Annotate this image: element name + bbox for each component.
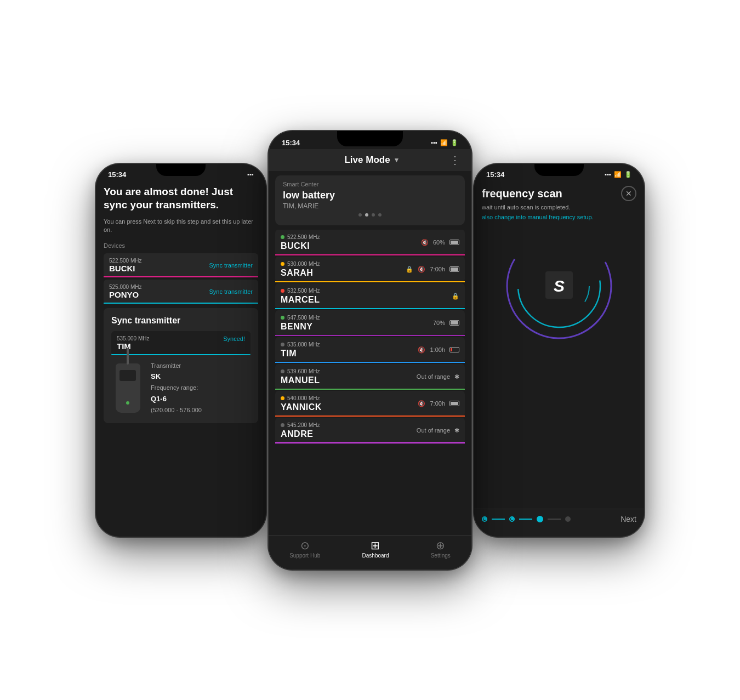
freq-sarah: 530.000 MHz xyxy=(287,261,320,267)
notch-left xyxy=(156,164,206,176)
more-options-icon[interactable]: ⋮ xyxy=(449,153,462,167)
sync-btn-ponyo[interactable]: Sync transmitter xyxy=(209,288,253,295)
channel-row-andre[interactable]: 545.200 MHz ANDRE Out of range ✱ xyxy=(275,418,465,443)
bar-manuel xyxy=(275,389,465,390)
sync-tx-title: Sync transmitter xyxy=(111,316,251,326)
tab-bar-center: ⊙ Support Hub ⊞ Dashboard ⊕ Settings xyxy=(269,535,471,570)
device-name-ponyo: PONYO xyxy=(109,290,209,299)
sync-transmitter-box: Sync transmitter 535.000 MHz TIM Synced! xyxy=(104,308,258,423)
name-marcel: MARCEL xyxy=(281,295,452,305)
sync-device-row-tim: 535.000 MHz TIM Synced! xyxy=(111,331,251,355)
batt-yannick xyxy=(449,401,459,406)
freq-scan-title: frequency scan xyxy=(482,187,636,200)
time-center: 15:34 xyxy=(282,139,300,147)
sync-btn-bucki[interactable]: Sync transmitter xyxy=(209,262,253,269)
wizard-step-2 xyxy=(509,516,515,522)
signal-icon-right: ▪▪▪ xyxy=(605,171,611,178)
mute-icon-yannick: 🔇 xyxy=(418,400,425,407)
channel-row-sarah[interactable]: 530.000 MHz SARAH 🔒 🔇 7:00h xyxy=(275,257,465,282)
tab-support-hub[interactable]: ⊙ Support Hub xyxy=(289,540,320,559)
tx-body xyxy=(116,363,140,413)
tx-model: SK xyxy=(151,372,161,380)
bar-marcel xyxy=(275,308,465,309)
channels-list: 522.500 MHz BUCKI 🔇 60% xyxy=(269,230,471,559)
out-of-range-andre: Out of range xyxy=(417,427,450,434)
phone-center: 15:34 ▪▪▪ 📶 🔋 Live Mode ▼ ⋮ Smart Center xyxy=(269,131,471,570)
nav-bar-center: Live Mode ▼ ⋮ xyxy=(269,149,471,171)
status-dot-andre xyxy=(281,423,284,427)
live-mode-label: Live Mode xyxy=(344,155,390,166)
phones-container: 15:34 ▪▪▪ You are almost done! Just sync… xyxy=(69,49,671,652)
scan-circle-area: S xyxy=(499,226,619,346)
batt-tim xyxy=(449,347,459,352)
batt-sarah xyxy=(449,266,459,272)
channel-row-tim-center[interactable]: 535.000 MHz TIM 🔇 1:00h xyxy=(275,337,465,363)
channel-row-marcel[interactable]: 532.500 MHz MARCEL 🔒 xyxy=(275,283,465,309)
dropdown-arrow[interactable]: ▼ xyxy=(394,156,400,164)
settings-label: Settings xyxy=(431,553,451,559)
tx-freq-range: Q1-6 xyxy=(151,395,167,403)
bt-icon-andre: ✱ xyxy=(454,427,459,434)
sync-device-name: TIM xyxy=(117,342,149,351)
nav-title-center: Live Mode ▼ xyxy=(344,155,400,166)
status-icons-right: ▪▪▪ 📶 🔋 xyxy=(605,171,632,178)
time-yannick: 7:00h xyxy=(430,400,445,407)
time-left: 15:34 xyxy=(108,170,126,179)
freq-scan-link[interactable]: also change into manual frequency setup. xyxy=(482,214,636,220)
close-button[interactable]: ✕ xyxy=(621,186,636,201)
bar-sarah xyxy=(275,281,465,282)
device-row-bucki: 522.500 MHz BUCKI Sync transmitter xyxy=(104,253,258,277)
wizard-line-3 xyxy=(548,519,561,520)
time-tim: 1:00h xyxy=(430,346,445,353)
smart-center-sub: TIM, MARIE xyxy=(283,202,457,210)
svg-text:S: S xyxy=(554,277,565,295)
batt-benny xyxy=(449,320,459,326)
mute-icon-bucki: 🔇 xyxy=(421,239,429,246)
status-icons-left: ▪▪▪ xyxy=(247,171,254,178)
channel-row-manuel[interactable]: 539.600 MHz MANUEL Out of range ✱ xyxy=(275,364,465,390)
tx-label: Transmitter xyxy=(151,361,202,371)
bt-icon-manuel: ✱ xyxy=(454,373,459,380)
channel-row-yannick[interactable]: 540.000 MHz YANNICK 🔇 7:00h xyxy=(275,391,465,417)
phone-right: 15:34 ▪▪▪ 📶 🔋 ✕ frequency scan wait unti… xyxy=(474,164,644,537)
freq-yannick: 540.000 MHz xyxy=(287,395,320,401)
sync-device-freq: 535.000 MHz xyxy=(117,335,149,342)
wizard-step-4 xyxy=(565,516,571,522)
dot-1 xyxy=(358,213,362,217)
dashboard-label: Dashboard xyxy=(362,553,389,559)
bar-bucki xyxy=(104,276,258,277)
tab-settings[interactable]: ⊕ Settings xyxy=(431,540,451,559)
wizard-next-button[interactable]: Next xyxy=(621,515,636,523)
dashboard-icon: ⊞ xyxy=(371,540,380,551)
tx-freq-range-label: Frequency range: xyxy=(151,383,202,393)
freq-marcel: 532.500 MHz xyxy=(287,288,320,294)
wizard-footer: Next xyxy=(474,509,644,537)
channel-row-benny[interactable]: 547.500 MHz BENNY 70% xyxy=(275,310,465,336)
device-row-ponyo: 525.000 MHz PONYO Sync transmitter xyxy=(104,280,258,304)
wizard-line-1 xyxy=(492,519,505,520)
channel-row-bucki[interactable]: 522.500 MHz BUCKI 🔇 60% xyxy=(275,230,465,255)
transmitter-info: Transmitter SK Frequency range: Q1-6 (52… xyxy=(111,361,251,416)
name-sarah: SARAH xyxy=(281,268,406,278)
battery-icon-right: 🔋 xyxy=(624,171,632,178)
battery-benny: 70% xyxy=(433,320,445,326)
wizard-step-3 xyxy=(537,516,543,522)
tx-led xyxy=(126,401,129,405)
bar-benny xyxy=(275,335,465,336)
device-freq-ponyo: 525.000 MHz xyxy=(109,284,209,290)
device-name-bucki: BUCKI xyxy=(109,264,209,273)
status-dot-yannick xyxy=(281,396,284,400)
tab-dashboard[interactable]: ⊞ Dashboard xyxy=(362,540,389,559)
status-dot-marcel xyxy=(281,289,284,293)
wifi-icon-right: 📶 xyxy=(614,171,622,178)
status-dot-sarah xyxy=(281,262,284,266)
smart-center-title: low battery xyxy=(283,190,457,201)
time-right: 15:34 xyxy=(486,170,504,179)
sync-title: You are almost done! Just sync your tran… xyxy=(104,185,258,212)
smart-center-card[interactable]: Smart Center low battery TIM, MARIE xyxy=(275,175,465,225)
name-benny: BENNY xyxy=(281,322,433,332)
freq-benny: 547.500 MHz xyxy=(287,315,320,321)
battery-bucki: 60% xyxy=(433,239,445,246)
wizard-step-1 xyxy=(482,516,487,522)
freq-bucki: 522.500 MHz xyxy=(287,234,320,240)
